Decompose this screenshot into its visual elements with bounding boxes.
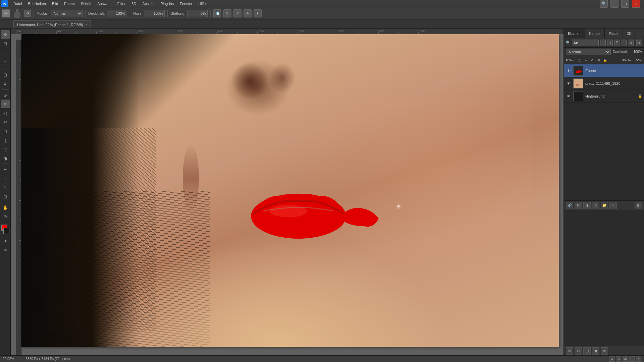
screen-mode-btn[interactable]: ▭ [1, 245, 10, 254]
extra-tools-btn[interactable]: ⋯ [1, 254, 10, 263]
lock-all-btn[interactable]: 🔒 [602, 58, 608, 63]
add-adjustment-btn[interactable]: ⊙ [592, 202, 599, 209]
filter-adjust-btn[interactable]: ⊙ [607, 40, 613, 46]
dodge-tool[interactable]: ◑ [1, 154, 10, 163]
menu-ansicht[interactable]: Ansicht [140, 1, 157, 6]
snap3-btn[interactable]: ◫ [583, 347, 591, 355]
window-restore-btn[interactable]: ◻ [621, 0, 629, 8]
filter-toggle-btn[interactable]: ● [636, 40, 642, 46]
separator-4 [167, 10, 168, 17]
delete-layer-btn[interactable]: 🗑 [635, 202, 642, 209]
menu-3d[interactable]: 3D [129, 1, 139, 6]
canvas-image [21, 34, 559, 347]
modus-dropdown[interactable]: Normal Multiplizieren Abdunkeln Aufhelle… [51, 10, 83, 17]
deckkraft-label: Deckkraft: [613, 50, 628, 54]
angle-btn[interactable]: 0° [233, 9, 241, 17]
snap4-btn[interactable]: ▣ [592, 347, 599, 355]
layer-filter-input[interactable] [572, 40, 599, 46]
window-minimize-btn[interactable]: — [610, 0, 619, 8]
brush-settings-btn[interactable]: ⚙ [24, 10, 31, 17]
symmetry-btn[interactable]: ⧖ [223, 9, 231, 17]
menu-bild[interactable]: Bild [49, 1, 61, 6]
pen-tool[interactable]: ✒ [1, 165, 10, 174]
menu-bearbeiten[interactable]: Bearbeiten [25, 1, 49, 6]
background-color[interactable] [3, 228, 9, 234]
menu-ebene[interactable]: Ebene [61, 1, 77, 6]
eraser-tool[interactable]: ◻ [1, 127, 10, 135]
status-extra-btn[interactable]: + [629, 356, 635, 362]
snap-btn[interactable]: ⊞ [566, 347, 573, 355]
menu-auswahl[interactable]: Auswahl [95, 1, 114, 6]
tab-pfade[interactable]: Pfade [605, 29, 623, 38]
layer-2-visibility[interactable]: 👁 [566, 81, 571, 86]
photoshop-canvas[interactable] [21, 34, 559, 347]
status-art-btn[interactable]: ✦ [636, 356, 641, 362]
menu-schrift[interactable]: Schrift [78, 1, 94, 6]
pressure-btn[interactable]: ⟰ [244, 9, 252, 17]
crop-tool[interactable]: ⊡ [1, 70, 10, 79]
tab-ebenen[interactable]: Ebenen [564, 29, 585, 38]
canvas-content[interactable] [16, 34, 564, 355]
layer-1-visibility[interactable]: 👁 [566, 68, 571, 73]
add-mask-btn[interactable]: ◑ [583, 202, 591, 209]
quick-mask-btn[interactable]: ◑ [1, 236, 10, 245]
history-tool[interactable]: ↩ [1, 118, 10, 126]
select-path-tool[interactable]: ↖ [1, 183, 10, 192]
filter-smart-btn[interactable]: ⚙ [628, 40, 634, 46]
link-layers-btn[interactable]: 🔗 [566, 202, 573, 209]
filter-pixel-btn[interactable]: ⬚ [600, 40, 606, 46]
airbrush-btn[interactable]: 💨 [213, 9, 221, 17]
lock-transparent-btn[interactable]: ⬚ [577, 58, 582, 63]
eyedropper-tool[interactable]: 🌡 [1, 79, 10, 88]
lock-artboard-btn[interactable]: ⊡ [596, 58, 601, 63]
filter-text-btn[interactable]: T [614, 40, 620, 46]
doc-tab-1[interactable]: Unbenannt-1 bei 92% (Ebene 1, RGB/8) × [13, 20, 91, 28]
hand-tool[interactable]: ✋ [1, 203, 10, 212]
deckkraft-input[interactable] [107, 10, 127, 17]
tab-kanaele[interactable]: Kanäle [585, 29, 605, 38]
clone-tool[interactable]: ◎ [1, 109, 10, 117]
menu-plugins[interactable]: Plug-ins [158, 1, 176, 6]
status-grid-btn[interactable]: ⊡ [616, 356, 621, 362]
search-btn[interactable]: 🔍 [600, 0, 608, 8]
artboard-tool[interactable]: ⊞ [1, 39, 10, 48]
zoom-tool[interactable]: ⊕ [1, 212, 10, 221]
layer-3-visibility[interactable]: 👁 [566, 94, 571, 99]
gradient-tool[interactable]: ◫ [1, 136, 10, 144]
lasso-tool[interactable]: ⌒ [1, 59, 10, 68]
add-layer-btn[interactable]: + [609, 202, 617, 209]
extra-btn[interactable]: ✦ [254, 9, 262, 17]
glaettung-input[interactable] [187, 10, 208, 17]
heal-tool[interactable]: ⊕ [1, 90, 10, 99]
blur-tool[interactable]: ◌ [1, 145, 10, 154]
filter-shape-btn[interactable]: ◻ [621, 40, 627, 46]
layer-item-3[interactable]: 👁 Hintergrund 🔒 [564, 90, 644, 103]
menu-datei[interactable]: Datei [11, 1, 25, 6]
shape-tool[interactable]: ◻ [1, 192, 10, 201]
menu-fenster[interactable]: Fenster [177, 1, 195, 6]
menu-filter[interactable]: Filter [115, 1, 128, 6]
lock-position-btn[interactable]: ✥ [590, 58, 595, 63]
brush-preview[interactable] [14, 11, 20, 18]
add-group-btn[interactable]: 📁 [601, 202, 608, 209]
layer-item-2[interactable]: 👁 pretty-2111499_1920 [564, 77, 644, 90]
move-tool[interactable]: ✥ [1, 30, 10, 39]
blend-mode-dropdown[interactable]: Normal Multiplizieren Abdunkeln Aufhelle… [566, 49, 611, 55]
brush-tool[interactable]: ✏ [1, 100, 10, 108]
snap5-btn[interactable]: ⊕ [601, 347, 608, 355]
menu-hilfe[interactable]: Hilfe [196, 1, 208, 6]
fluss-input[interactable] [145, 10, 165, 17]
snap2-btn[interactable]: ⊡ [575, 347, 582, 355]
status-3d-btn[interactable]: 3D [623, 356, 628, 362]
rectangular-select-tool[interactable]: ⬚ [1, 50, 10, 59]
window-close-btn[interactable]: ✕ [632, 0, 640, 8]
brush-tool-btn[interactable]: ✏ [2, 9, 10, 17]
text-tool[interactable]: T [1, 174, 10, 183]
tab-3d[interactable]: 3D [623, 29, 636, 38]
tab-close-btn[interactable]: × [85, 23, 87, 26]
flaeche-label: Fläche: [622, 59, 632, 62]
status-snap-btn[interactable]: ⊞ [609, 356, 614, 362]
lock-pixels-btn[interactable]: ✏ [583, 58, 589, 63]
layer-item-1[interactable]: 👁 Ebene 1 [564, 64, 644, 77]
add-layer-style-btn[interactable]: fx [575, 202, 582, 209]
